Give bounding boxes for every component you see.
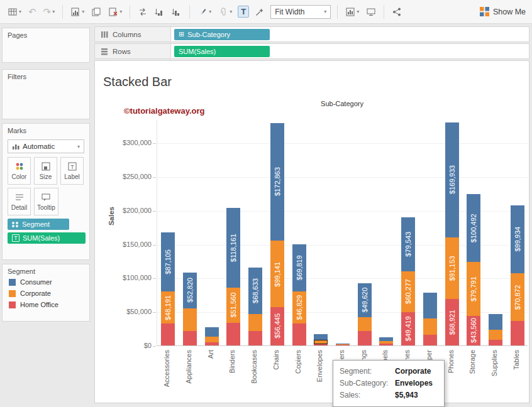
- bar-segment-envelopes-home-office[interactable]: [314, 344, 328, 345]
- sort-descending-button[interactable]: [170, 6, 183, 18]
- bar-segment-labels-corporate[interactable]: [379, 341, 393, 344]
- show-mark-labels-button[interactable]: T: [238, 6, 249, 18]
- bar-segment-storage-home-office[interactable]: $43,560: [467, 316, 480, 345]
- columns-pill-sub-category[interactable]: ⊞ Sub-Category: [174, 29, 270, 40]
- bar-segment-fasteners-corporate[interactable]: [336, 344, 350, 345]
- bar-segment-phones-corporate[interactable]: $91,153: [445, 237, 459, 299]
- bar-segment-machines-home-office[interactable]: $49,419: [401, 312, 415, 345]
- bar-segment-phones-home-office[interactable]: $68,921: [445, 299, 459, 345]
- sort-ascending-button[interactable]: [153, 6, 166, 18]
- bar-segment-furnishings-home-office[interactable]: [358, 331, 372, 345]
- bar-segment-furnishings-consumer[interactable]: $49,620: [358, 283, 372, 317]
- bar-segment-accessories-consumer[interactable]: $87,105: [161, 232, 175, 291]
- columns-pill-label: Sub-Category: [187, 31, 230, 38]
- rows-shelf-area[interactable]: SUM(Sales): [171, 43, 529, 59]
- bar-segment-machines-corporate[interactable]: $60,277: [401, 271, 415, 312]
- tooltip-value: Envelopes: [395, 377, 433, 389]
- legend-swatch: [9, 290, 16, 297]
- cards-icon: [345, 7, 355, 17]
- tooltip-button[interactable]: Tooltip: [34, 188, 58, 215]
- data-source-button[interactable]: ▾: [6, 6, 23, 18]
- y-tick-label: $50,000: [106, 308, 152, 315]
- bar-segment-labels-consumer[interactable]: [379, 337, 393, 342]
- share-button[interactable]: [391, 6, 403, 18]
- bar-segment-furnishings-corporate[interactable]: [358, 317, 372, 332]
- columns-shelf-label: Columns: [94, 26, 171, 42]
- bar-segment-copiers-consumer[interactable]: $69,819: [292, 244, 306, 291]
- bar-segment-binders-corporate[interactable]: $51,560: [226, 288, 240, 323]
- swap-rows-columns-button[interactable]: [136, 6, 149, 18]
- legend-item-home-office[interactable]: Home Office: [3, 299, 89, 310]
- bar-segment-bookcases-home-office[interactable]: [248, 331, 262, 345]
- color-button[interactable]: Color: [8, 157, 31, 185]
- bar-segment-art-consumer[interactable]: [205, 327, 219, 337]
- gridline: [157, 143, 528, 144]
- show-me-label: Show Me: [493, 8, 526, 16]
- label-button[interactable]: T Label: [60, 157, 84, 185]
- bar-segment-envelopes-consumer[interactable]: [314, 334, 328, 340]
- legend-title: Segment: [3, 264, 89, 276]
- fix-axes-button[interactable]: [253, 6, 266, 18]
- bar-segment-bookcases-consumer[interactable]: $68,633: [248, 268, 262, 314]
- bar-segment-tables-consumer[interactable]: $99,934: [511, 205, 524, 273]
- tooltip-value: Corporate: [395, 366, 431, 377]
- bar-segment-supplies-consumer[interactable]: [489, 314, 502, 330]
- bar-segment-phones-consumer[interactable]: $169,933: [445, 122, 459, 237]
- bar-segment-chairs-corporate[interactable]: $99,141: [270, 241, 284, 308]
- bar-segment-appliances-consumer[interactable]: $52,820: [183, 273, 197, 308]
- rows-shelf-label: Rows: [94, 43, 171, 59]
- bar-segment-fasteners-consumer[interactable]: [336, 344, 350, 345]
- marks-pill-sum-sales[interactable]: T SUM(Sales): [8, 232, 86, 244]
- bar-segment-paper-corporate[interactable]: [423, 318, 437, 335]
- bar-segment-appliances-corporate[interactable]: [183, 308, 197, 331]
- bar-segment-fasteners-home-office[interactable]: [336, 345, 350, 345]
- bar-segment-labels-home-office[interactable]: [379, 344, 393, 345]
- bar-segment-art-home-office[interactable]: [205, 342, 219, 345]
- new-worksheet-icon: [70, 7, 80, 17]
- bar-segment-bookcases-corporate[interactable]: [248, 314, 262, 330]
- bar-segment-envelopes-corporate[interactable]: [314, 340, 328, 344]
- bar-segment-accessories-home-office[interactable]: [161, 323, 175, 345]
- bar-segment-appliances-home-office[interactable]: [183, 331, 197, 345]
- legend-item-corporate[interactable]: Corporate: [3, 288, 89, 299]
- bar-segment-copiers-corporate[interactable]: $46,829: [292, 291, 306, 323]
- bar-segment-tables-corporate[interactable]: $70,872: [511, 273, 524, 321]
- bar-segment-storage-consumer[interactable]: $100,492: [467, 194, 480, 262]
- fit-dropdown[interactable]: Fit Width ▾: [270, 5, 331, 19]
- bar-segment-accessories-corporate[interactable]: $48,191: [161, 291, 175, 324]
- bar-segment-supplies-corporate[interactable]: [489, 330, 502, 340]
- bar-segment-binders-home-office[interactable]: [226, 323, 240, 345]
- mark-type-dropdown[interactable]: Automatic ▾: [8, 139, 84, 153]
- bar-segment-storage-corporate[interactable]: $79,791: [467, 262, 480, 316]
- highlight-button[interactable]: ▾: [196, 6, 213, 18]
- show-me-button[interactable]: Show Me: [480, 7, 526, 16]
- columns-shelf-area[interactable]: ⊞ Sub-Category: [171, 26, 529, 42]
- presentation-mode-button[interactable]: [365, 6, 377, 18]
- legend-item-consumer[interactable]: Consumer: [3, 276, 89, 288]
- new-worksheet-button[interactable]: ▾: [69, 6, 86, 18]
- format-button[interactable]: ▾: [217, 6, 233, 18]
- bar-segment-copiers-home-office[interactable]: [292, 323, 306, 345]
- marks-pill-segment[interactable]: Segment: [8, 219, 69, 230]
- duplicate-sheet-button[interactable]: [90, 6, 103, 18]
- rows-pill-sum-sales[interactable]: SUM(Sales): [174, 46, 270, 57]
- bar-segment-chairs-consumer[interactable]: $172,863: [270, 123, 284, 240]
- bar-segment-machines-consumer[interactable]: $79,543: [401, 217, 415, 271]
- tooltip-value: $5,943: [395, 389, 418, 401]
- detail-button[interactable]: Detail: [8, 188, 31, 215]
- bar-segment-paper-home-office[interactable]: [423, 335, 437, 345]
- bar-segment-tables-home-office[interactable]: [511, 321, 524, 345]
- bar-segment-art-corporate[interactable]: [205, 337, 219, 342]
- bar-segment-paper-consumer[interactable]: [423, 293, 437, 318]
- size-icon: [42, 162, 50, 171]
- x-axis-label-phones: Phones: [447, 350, 456, 373]
- size-button[interactable]: Size: [34, 157, 57, 185]
- show-hide-cards-button[interactable]: ▾: [344, 6, 360, 18]
- bar-value-label: $46,829: [292, 291, 306, 323]
- undo-button[interactable]: ↶: [27, 6, 38, 18]
- redo-button[interactable]: ↷▾: [42, 6, 57, 18]
- bar-segment-binders-consumer[interactable]: $118,161: [226, 208, 240, 288]
- clear-sheet-button[interactable]: ▾: [107, 6, 123, 18]
- bar-segment-supplies-home-office[interactable]: [489, 340, 502, 345]
- bar-segment-chairs-home-office[interactable]: $56,445: [270, 307, 284, 345]
